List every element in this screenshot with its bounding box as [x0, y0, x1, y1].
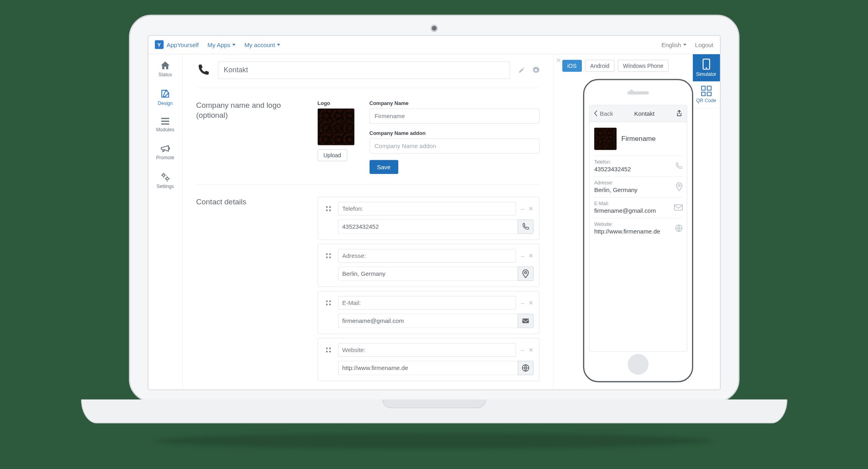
section-company-title: Company name and logo (optional)	[196, 100, 300, 174]
phone-speaker	[627, 91, 649, 94]
preview-item-value: firmename@gmail.com	[594, 207, 682, 214]
minimize-icon[interactable]: –	[521, 299, 524, 306]
close-icon[interactable]: ✕	[528, 252, 534, 259]
section-company: Company name and logo (optional) Logo Up…	[196, 88, 540, 184]
svg-rect-5	[329, 209, 331, 211]
phone-home-button[interactable]	[628, 354, 649, 374]
svg-rect-11	[326, 300, 328, 302]
gears-icon	[160, 171, 170, 182]
drag-handle-icon[interactable]	[324, 298, 333, 307]
qrcode-icon	[701, 86, 712, 96]
preview-item-label: Adresse:	[594, 180, 682, 185]
svg-rect-4	[326, 209, 328, 211]
sidebar-item-design[interactable]: Design	[158, 88, 172, 106]
contact-label-input[interactable]	[338, 343, 516, 356]
contact-value-input[interactable]	[338, 313, 518, 328]
preview-item-label: E-Mail:	[594, 200, 682, 206]
laptop-camera	[431, 24, 438, 32]
contact-label-input[interactable]	[338, 202, 516, 215]
simulator-tile[interactable]: Simulator	[693, 54, 720, 81]
contact-type-button[interactable]	[518, 313, 534, 328]
brand-logo-icon: Y	[155, 40, 164, 49]
preview-title: Kontakt	[634, 110, 654, 117]
company-name-input[interactable]	[370, 108, 540, 123]
pencil-icon[interactable]	[518, 66, 525, 73]
svg-rect-9	[329, 256, 331, 258]
contact-value-input[interactable]	[338, 266, 518, 281]
gear-icon[interactable]	[532, 66, 540, 73]
contact-label-input[interactable]	[338, 249, 516, 262]
laptop-frame: Y AppYourself My Apps My account English…	[129, 14, 739, 437]
tab-ios[interactable]: iOS	[562, 59, 582, 71]
section-contact: Contact details –✕–✕–✕–✕	[196, 184, 540, 389]
preview-contact-item[interactable]: Adresse:Berlin, Germany	[593, 176, 683, 197]
nav-my-account[interactable]: My account	[244, 41, 280, 48]
save-button[interactable]: Save	[370, 160, 398, 174]
logo-thumbnail[interactable]	[318, 108, 354, 145]
chevron-left-icon	[593, 110, 598, 117]
preview-back-button[interactable]: Back	[593, 110, 613, 117]
share-icon[interactable]	[676, 110, 683, 117]
contact-block: –✕	[318, 291, 540, 334]
svg-point-22	[706, 67, 707, 69]
minimize-icon[interactable]: –	[521, 252, 524, 259]
svg-rect-16	[326, 347, 328, 349]
upload-button[interactable]: Upload	[318, 149, 347, 161]
sidebar-item-promote[interactable]: Promote	[156, 143, 174, 160]
brand[interactable]: Y AppYourself	[155, 40, 199, 49]
contact-label-input[interactable]	[338, 296, 516, 309]
nav-my-apps[interactable]: My Apps	[208, 41, 236, 48]
nav-language[interactable]: English	[661, 41, 686, 48]
contact-value-input[interactable]	[338, 360, 518, 375]
svg-rect-24	[674, 205, 682, 210]
company-addon-input[interactable]	[370, 138, 540, 153]
phone-screen: Back Kontakt Firmename Telefon:43	[589, 105, 687, 351]
preview-header: Back Kontakt	[589, 105, 687, 122]
sidebar-item-modules[interactable]: Modules	[156, 117, 174, 132]
module-title-input[interactable]	[218, 61, 510, 79]
main-content: Company name and logo (optional) Logo Up…	[183, 54, 553, 389]
qrcode-tile[interactable]: QR Code	[693, 81, 720, 108]
svg-rect-7	[329, 253, 331, 255]
laptop-base	[81, 399, 787, 423]
nav-logout[interactable]: Logout	[695, 41, 714, 48]
caret-down-icon	[277, 44, 280, 46]
brand-name: AppYourself	[167, 41, 199, 48]
close-icon[interactable]: ✕	[556, 56, 561, 64]
svg-rect-8	[326, 256, 328, 258]
minimize-icon[interactable]: –	[521, 346, 524, 353]
contact-type-button[interactable]	[518, 266, 534, 281]
home-icon	[160, 60, 170, 70]
svg-rect-6	[326, 253, 328, 255]
close-icon[interactable]: ✕	[528, 205, 534, 212]
sidebar-item-status[interactable]: Status	[158, 60, 172, 77]
preview-company-name: Firmename	[621, 135, 656, 142]
svg-rect-13	[326, 303, 328, 305]
close-icon[interactable]: ✕	[528, 346, 534, 353]
pencil-square-icon	[160, 88, 170, 99]
preview-contact-item[interactable]: Telefon:43523432452	[593, 155, 683, 176]
contact-type-button[interactable]	[518, 360, 534, 375]
preview-contact-item[interactable]: Website:http://www.firmename.de	[593, 218, 683, 238]
sidebar-item-settings[interactable]: Settings	[156, 171, 174, 189]
phone-preview-device: Back Kontakt Firmename Telefon:43	[583, 79, 693, 382]
preview-contact-item[interactable]: E-Mail:firmename@gmail.com	[593, 197, 683, 218]
company-name-label: Company Name	[370, 100, 540, 106]
close-icon[interactable]: ✕	[528, 299, 534, 306]
tab-android[interactable]: Android	[585, 59, 615, 71]
contact-block: –✕	[318, 243, 540, 287]
contact-type-button[interactable]	[518, 219, 534, 234]
contact-block: –✕	[318, 338, 540, 381]
module-header	[196, 61, 540, 88]
minimize-icon[interactable]: –	[521, 205, 524, 212]
drag-handle-icon[interactable]	[324, 204, 333, 213]
preview-panel: ✕ iOS Android Windows Phone Simulator	[553, 54, 720, 389]
megaphone-icon	[160, 143, 170, 153]
svg-rect-14	[329, 303, 331, 305]
drag-handle-icon[interactable]	[324, 251, 333, 260]
drag-handle-icon[interactable]	[324, 345, 333, 354]
contact-value-input[interactable]	[338, 219, 518, 234]
logo-label: Logo	[318, 100, 362, 106]
tab-windows-phone[interactable]: Windows Phone	[618, 59, 668, 71]
left-sidebar: Status Design Modules	[148, 54, 183, 389]
